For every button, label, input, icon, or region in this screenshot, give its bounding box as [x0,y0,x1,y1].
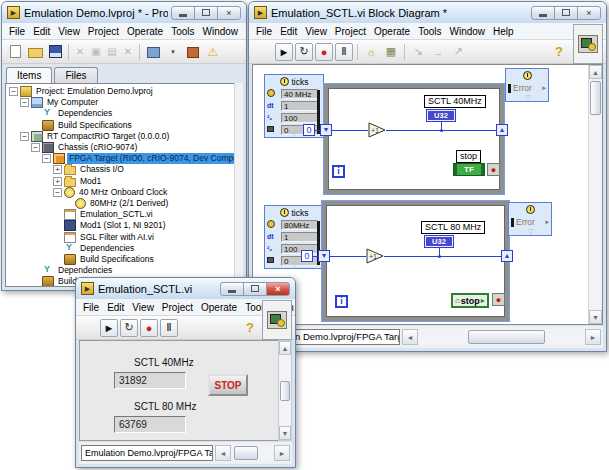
maximize-button[interactable] [554,6,578,20]
tree-item-label[interactable]: Chassis I/O [78,164,126,175]
tree-item[interactable]: Dependencies [6,108,242,119]
tree-item[interactable]: Mod1 (Slot 1, NI 9201) [6,220,242,231]
stop-boolean-terminal[interactable]: TF [453,163,485,176]
tree-item-label[interactable]: Build Specifications [56,120,134,131]
pause-button[interactable]: Ⅱ [335,43,353,61]
open-button[interactable] [26,43,44,61]
scroll-up-icon[interactable]: ▲ [279,341,291,355]
menu-operate[interactable]: Operate [123,25,167,38]
scrollbar-thumb[interactable] [280,381,290,401]
tree-expander-icon[interactable]: − [9,87,18,96]
stop-label[interactable]: stop [456,150,481,163]
menu-window[interactable]: Window [445,25,489,38]
timed-loop-output-node-80mhz[interactable]: Error▸ ▽ [508,202,552,236]
menu-view[interactable]: View [301,25,331,38]
tree-item-label[interactable]: Build Specifications [78,254,156,265]
fp-horizontal-scrollbar[interactable] [231,445,274,461]
tree-item[interactable]: − Project: Emulation Demo.lvproj [6,86,242,97]
dt-value[interactable]: 1 [281,232,318,242]
scroll-right-icon[interactable]: ► [585,329,601,345]
tree-item-label[interactable]: My Computer [45,97,100,108]
scroll-down-icon[interactable]: ▼ [279,426,291,440]
menu-edit[interactable]: Edit [29,25,54,38]
scrollbar-thumb[interactable] [468,330,545,344]
maximize-button[interactable] [194,6,218,20]
close-button[interactable]: × [577,6,601,20]
tree-item[interactable]: Build Specifications [6,120,242,131]
timed-loop-input-node-40mhz[interactable]: ticks 40 MHz dt1 ²₂100 0 ▽ [264,74,324,138]
run-button[interactable]: ► [100,319,118,337]
stop-button[interactable]: STOP [208,374,248,396]
abort-button[interactable]: ● [140,319,158,337]
menu-operate[interactable]: Operate [370,25,414,38]
step-out-icon[interactable]: ↗ [449,43,467,61]
tree-item-label[interactable]: Emulation_SCTL.vi [78,209,155,220]
copy-icon[interactable]: ▣ [89,45,103,59]
tree-expander-icon[interactable]: − [42,154,51,163]
menu-project[interactable]: Project [331,25,370,38]
tree-item-label[interactable]: Mod1 (Slot 1, NI 9201) [78,220,168,231]
tree-expander-icon[interactable]: − [20,98,29,107]
indicator-label[interactable]: SCTL 40MHz [424,95,486,108]
clock-value[interactable]: 40 MHz [281,89,318,99]
scroll-left-icon[interactable]: ◄ [215,445,231,461]
target-context-box[interactable]: Emulation Demo.lvproj/FPGA Target [81,445,213,461]
close-button[interactable]: × [217,6,241,20]
menu-project[interactable]: Project [84,25,123,38]
dropdown-arrow-icon[interactable]: ▾ [164,43,182,61]
tab-files[interactable]: Files [54,67,97,83]
bd-titlebar[interactable]: ▶ Emulation_SCTL.vi Block Diagram * × [249,2,606,23]
scroll-right-icon[interactable]: ► [274,445,290,461]
menu-tools[interactable]: Tools [167,25,198,38]
close-button[interactable]: × [266,282,290,296]
error-output-label[interactable]: Error [516,217,543,227]
tree-item[interactable]: 80MHz (2/1 Derived) [6,198,242,209]
menu-edit[interactable]: Edit [276,25,301,38]
tree-expander-icon[interactable]: + [53,177,62,186]
tree-item[interactable]: − RT CompactRIO Target (0.0.0.0) [6,131,242,142]
tab-items[interactable]: Items [6,67,52,84]
iteration-terminal[interactable]: i [335,295,348,308]
vi-icon[interactable] [262,300,292,340]
tree-item-label[interactable]: Chassis (cRIO-9074) [56,142,139,153]
abort-button[interactable]: ● [315,43,333,61]
scrollbar-thumb[interactable] [590,81,601,115]
menu-view[interactable]: View [54,25,84,38]
tree-item-label[interactable]: Project: Emulation Demo.lvproj [34,86,155,97]
shift-register-right-icon[interactable]: ▲ [496,124,508,136]
minimize-button[interactable] [220,282,244,296]
fp-titlebar[interactable]: ▶ Emulation_SCTL.vi × [76,278,295,299]
shift-register-right-icon[interactable]: ▲ [501,250,513,262]
tree-expander-icon[interactable]: − [53,188,62,197]
tree-item-label[interactable]: RT CompactRIO Target (0.0.0.0) [45,131,171,142]
menu-file[interactable]: File [79,301,103,314]
increment-node[interactable]: +1 [366,248,384,264]
tree-item[interactable]: Dependencies [6,265,242,276]
tree-item[interactable]: Emulation_SCTL.vi [6,209,242,220]
menu-help[interactable]: Help [242,25,246,38]
tree-item[interactable]: SGL Filter with AI.vi [6,231,242,242]
tree-item-label[interactable]: SGL Filter with AI.vi [78,232,156,243]
context-help-button[interactable]: ? [550,43,568,61]
run-continuously-button[interactable]: ↻ [120,319,138,337]
pause-button[interactable]: Ⅱ [160,319,178,337]
period-value[interactable]: 100 [281,113,318,123]
tree-expander-icon[interactable]: + [53,165,62,174]
retain-wire-values-icon[interactable]: ▦ [382,43,400,61]
pe-tree-scrollbar[interactable] [234,83,243,287]
tree-item-label[interactable]: Dependencies [56,108,114,119]
minimize-button[interactable] [171,6,195,20]
run-continuously-button[interactable]: ↻ [295,43,313,61]
step-into-icon[interactable]: ↘ [409,43,427,61]
shift-register-left-icon[interactable]: ▼ [318,250,330,262]
scrollbar-thumb[interactable] [234,446,258,460]
menu-edit[interactable]: Edit [103,301,128,314]
step-over-icon[interactable]: → [429,43,447,61]
menu-window[interactable]: Window [198,25,242,38]
tree-item[interactable]: + Chassis I/O [6,164,242,175]
maximize-button[interactable] [243,282,267,296]
cut-icon[interactable]: ✕ [73,45,87,59]
numeric-indicator[interactable]: 63769 [114,416,186,433]
indicator-label[interactable]: SCTL 80 MHz [421,221,485,234]
scroll-left-icon[interactable]: ◄ [402,329,418,345]
